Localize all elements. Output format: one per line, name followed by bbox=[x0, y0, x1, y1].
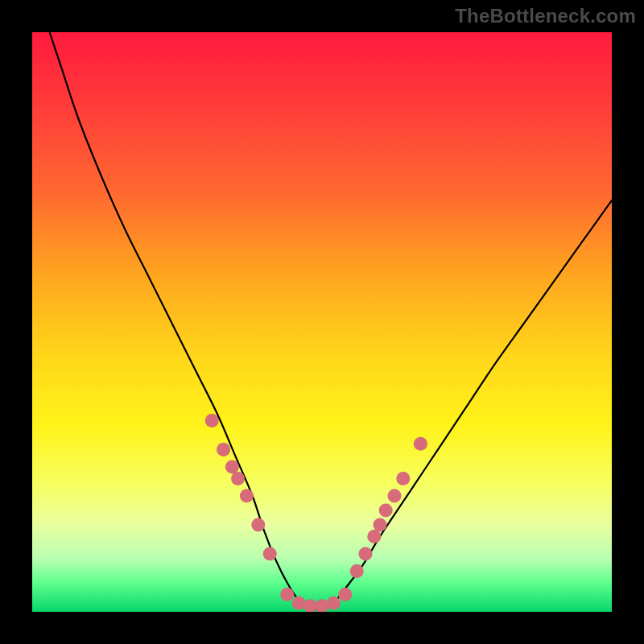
chart-markers bbox=[205, 414, 427, 612]
plot-area bbox=[32, 32, 612, 612]
data-marker bbox=[240, 489, 254, 503]
chart-stage: TheBottleneck.com bbox=[0, 0, 644, 644]
data-marker bbox=[414, 437, 427, 451]
data-marker bbox=[231, 472, 245, 485]
data-marker bbox=[316, 599, 329, 612]
data-marker bbox=[374, 518, 387, 532]
data-marker bbox=[338, 588, 352, 601]
data-marker bbox=[263, 547, 277, 561]
data-marker bbox=[205, 414, 219, 427]
data-marker bbox=[327, 597, 341, 610]
data-marker bbox=[251, 518, 265, 532]
data-marker bbox=[292, 597, 306, 610]
chart-overlay bbox=[32, 32, 612, 612]
bottleneck-curve bbox=[50, 32, 612, 609]
data-marker bbox=[217, 443, 230, 456]
data-marker bbox=[280, 588, 294, 601]
data-marker bbox=[350, 564, 364, 578]
watermark-text: TheBottleneck.com bbox=[455, 5, 636, 27]
data-marker bbox=[396, 472, 410, 485]
data-marker bbox=[388, 489, 402, 503]
data-marker bbox=[359, 547, 373, 561]
data-marker bbox=[379, 504, 393, 518]
